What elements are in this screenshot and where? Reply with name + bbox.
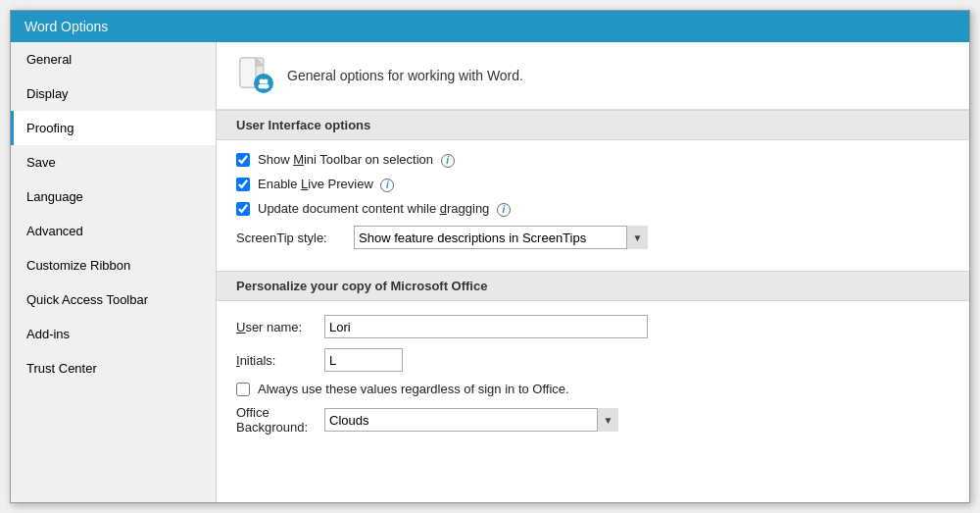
live-preview-checkbox[interactable] — [236, 178, 250, 191]
screentip-label: ScreenTip style: — [236, 231, 354, 245]
ui-options-group: User Interface options Show Mini Toolbar… — [217, 110, 969, 271]
live-preview-info-icon[interactable]: i — [380, 179, 394, 192]
sidebar: General Display Proofing Save Language A… — [11, 42, 217, 502]
always-use-checkbox[interactable] — [236, 383, 250, 396]
ui-options-header: User Interface options — [217, 110, 969, 140]
sidebar-item-add-ins[interactable]: Add-ins — [11, 317, 216, 351]
sidebar-item-customize-ribbon[interactable]: Customize Ribbon — [11, 248, 216, 282]
sidebar-item-quick-access-toolbar[interactable]: Quick Access Toolbar — [11, 282, 216, 317]
update-dragging-checkbox[interactable] — [236, 202, 250, 216]
svg-rect-1 — [240, 58, 256, 87]
section-header: General options for working with Word. — [217, 42, 969, 110]
username-row: User name: — [236, 315, 950, 338]
svg-point-7 — [263, 84, 270, 89]
content-area: General Display Proofing Save Language A… — [11, 42, 969, 502]
personalize-content: User name: Initials: Always us — [217, 301, 969, 458]
word-options-dialog: Word Options General Display Proofing Sa… — [10, 10, 970, 503]
initials-label: Initials: — [236, 353, 324, 368]
update-dragging-info-icon[interactable]: i — [497, 203, 511, 217]
live-preview-label: Enable Live Preview i — [258, 177, 394, 192]
main-panel: General options for working with Word. U… — [217, 42, 969, 502]
office-bg-select[interactable]: Clouds No Background — [324, 408, 618, 432]
update-dragging-row: Update document content while dragging i — [236, 201, 950, 217]
sidebar-item-trust-center[interactable]: Trust Center — [11, 351, 216, 385]
screentip-select[interactable]: Show feature descriptions in ScreenTips … — [354, 226, 648, 249]
initials-row: Initials: — [236, 348, 950, 372]
sidebar-item-general[interactable]: General — [11, 42, 216, 77]
mini-toolbar-checkbox[interactable] — [236, 153, 250, 167]
mini-toolbar-row: Show Mini Toolbar on selection i — [236, 152, 950, 168]
dialog-title: Word Options — [24, 19, 108, 34]
svg-point-3 — [254, 74, 273, 93]
always-use-row: Always use these values regardless of si… — [236, 382, 950, 396]
sidebar-item-proofing[interactable]: Proofing — [11, 111, 216, 145]
sidebar-item-language[interactable]: Language — [11, 180, 216, 214]
screentip-select-wrapper: Show feature descriptions in ScreenTips … — [354, 226, 648, 249]
mini-toolbar-info-icon[interactable]: i — [441, 154, 455, 168]
title-bar: Word Options — [11, 11, 969, 42]
sidebar-item-display[interactable]: Display — [11, 77, 216, 111]
sidebar-item-save[interactable]: Save — [11, 145, 216, 180]
live-preview-underline-l: L — [301, 177, 308, 191]
office-bg-select-wrapper: Clouds No Background ▼ — [324, 408, 618, 432]
mini-toolbar-label: Show Mini Toolbar on selection i — [258, 152, 455, 168]
update-dragging-label: Update document content while dragging i — [258, 201, 511, 217]
personalize-header: Personalize your copy of Microsoft Offic… — [217, 271, 969, 301]
svg-point-5 — [264, 79, 269, 84]
office-bg-label: Office Background: — [236, 405, 324, 435]
section-title: General options for working with Word. — [287, 68, 523, 83]
always-use-label: Always use these values regardless of si… — [258, 382, 569, 396]
live-preview-row: Enable Live Preview i — [236, 177, 950, 192]
initials-input[interactable] — [324, 348, 403, 372]
personalize-group: Personalize your copy of Microsoft Offic… — [217, 271, 969, 458]
word-options-icon — [236, 56, 275, 95]
username-input[interactable] — [324, 315, 648, 338]
ui-options-content: Show Mini Toolbar on selection i Enable … — [217, 140, 969, 271]
mini-toolbar-underline-m: M — [293, 152, 304, 167]
update-dragging-underline-d: d — [440, 201, 447, 216]
sidebar-item-advanced[interactable]: Advanced — [11, 214, 216, 248]
office-bg-row: Office Background: Clouds No Background … — [236, 405, 950, 435]
username-label: User name: — [236, 320, 324, 334]
screentip-row: ScreenTip style: Show feature descriptio… — [236, 226, 950, 249]
